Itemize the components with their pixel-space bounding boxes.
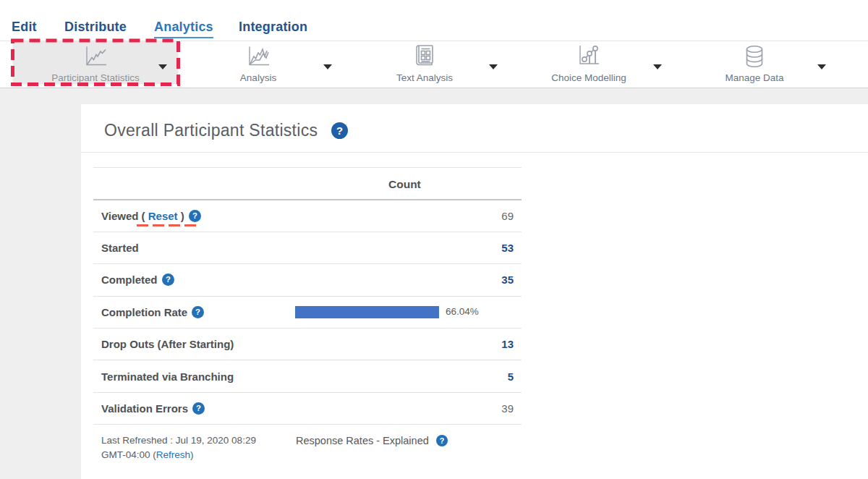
svg-text:?: ? (195, 308, 200, 316)
svg-text:?: ? (192, 211, 197, 220)
svg-text:?: ? (440, 436, 445, 444)
svg-text:?: ? (166, 276, 171, 284)
svg-text:?: ? (196, 404, 201, 412)
svg-text:?: ? (336, 124, 344, 137)
